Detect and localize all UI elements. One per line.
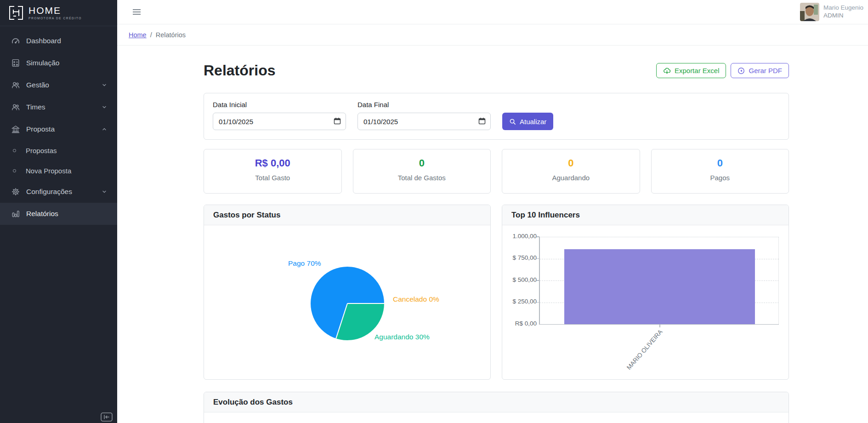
export-excel-label: Exportar Excel — [675, 67, 720, 74]
sidebar-item-label: Gestão — [26, 81, 49, 89]
update-button-label: Atualizar — [520, 118, 546, 126]
bar-chart-icon — [11, 209, 20, 218]
bank-icon — [11, 125, 20, 134]
stat-label: Aguardando — [502, 174, 640, 182]
pie-annotation: Pago 70% — [288, 259, 321, 268]
x-axis-category-label: MARIO OLIVEIRA — [625, 328, 664, 371]
calculator-icon — [11, 58, 20, 68]
bar-chart-title: Top 10 Influencers — [502, 205, 789, 225]
user-role: ADMIN — [823, 12, 863, 20]
gear-icon — [11, 187, 20, 196]
pie-annotation: Cancelado 0% — [393, 295, 439, 303]
app-root: HOME PROMOTORA DE CRÉDITO Dashboard — [0, 0, 868, 423]
bar-plot — [539, 237, 779, 324]
pie-chart-area: Pago 70% Cancelado 0% Aguardando 30% — [204, 225, 490, 380]
logo-title: HOME — [28, 6, 82, 15]
y-tick-label: $ 250,00 — [502, 298, 537, 305]
stat-card-total-de-gastos: 0 Total de Gastos — [353, 149, 491, 194]
magnifier-icon — [509, 118, 516, 125]
pie-chart-title: Gastos por Status — [204, 205, 490, 225]
sidebar-item-propostas[interactable]: Propostas — [0, 140, 117, 160]
sidebar-item-label: Proposta — [26, 125, 55, 133]
sidebar-item-times[interactable]: Times — [0, 96, 117, 118]
stat-label: Total de Gastos — [353, 174, 491, 182]
home-logo-icon — [8, 6, 24, 20]
stat-value: 0 — [652, 157, 789, 169]
people-icon — [11, 103, 20, 112]
sidebar-item-nova-proposta[interactable]: Nova Proposta — [0, 160, 117, 181]
sidebar: HOME PROMOTORA DE CRÉDITO Dashboard — [0, 0, 117, 423]
stat-label: Total Gasto — [204, 174, 341, 182]
stat-card-total-gasto: R$ 0,00 Total Gasto — [204, 149, 342, 194]
app-logo: HOME PROMOTORA DE CRÉDITO — [0, 0, 117, 26]
evolution-card: Evolução dos Gastos — [204, 392, 789, 423]
page-title: Relatórios — [204, 62, 275, 79]
generate-pdf-label: Gerar PDF — [749, 67, 782, 74]
y-tick-label: 1.000,00 — [502, 233, 537, 240]
stats-row: R$ 0,00 Total Gasto 0 Total de Gastos 0 … — [204, 149, 789, 194]
calendar-icon — [333, 117, 341, 125]
hamburger-icon[interactable] — [130, 5, 143, 19]
breadcrumb: Home / Relatórios — [117, 24, 868, 46]
sidebar-nav: Dashboard Simulação — [0, 26, 117, 225]
chevron-down-icon — [102, 82, 107, 88]
pie-chart-card: Gastos por Status Pago 70% Cancelado 0% … — [204, 205, 491, 380]
sidebar-item-label: Nova Proposta — [26, 167, 71, 175]
calendar-icon — [478, 117, 486, 125]
pie-annotation: Aguardando 30% — [374, 333, 430, 341]
chevron-down-icon — [102, 104, 107, 110]
influencer-bar — [564, 249, 755, 324]
update-button[interactable]: Atualizar — [502, 113, 553, 130]
sidebar-item-dashboard[interactable]: Dashboard — [0, 30, 117, 52]
sidebar-item-label: Times — [26, 103, 45, 111]
filter-panel: Data Inicial Data Final — [204, 93, 789, 140]
sidebar-item-label: Configurações — [26, 188, 72, 196]
stat-value: R$ 0,00 — [204, 157, 341, 169]
bar-chart-area: 1.000,00 $ 750,00 $ 500,00 $ 250,00 R$ 0… — [502, 225, 789, 380]
breadcrumb-separator: / — [150, 31, 152, 39]
bar-chart-card: Top 10 Influencers 1.000,00 $ 750,00 $ 5… — [502, 205, 789, 380]
bullet-icon — [13, 169, 16, 172]
sidebar-collapse-button[interactable] — [101, 412, 113, 422]
speedometer-icon — [11, 36, 20, 46]
end-date-input[interactable] — [357, 113, 491, 130]
generate-pdf-button[interactable]: Gerar PDF — [731, 63, 789, 78]
user-avatar — [800, 3, 819, 21]
stat-card-aguardando: 0 Aguardando — [502, 149, 640, 194]
chevron-down-icon — [102, 189, 107, 194]
main-area: Mario Eugenio ADMIN Home / Relatórios Re… — [117, 0, 868, 423]
stat-value: 0 — [502, 157, 640, 169]
sidebar-item-relatorios[interactable]: Relatórios — [0, 203, 117, 225]
charts-row: Gastos por Status Pago 70% Cancelado 0% … — [204, 205, 789, 380]
evolution-card-title: Evolução dos Gastos — [204, 392, 789, 412]
y-tick-label: R$ 0,00 — [502, 320, 537, 327]
logo-subtitle: PROMOTORA DE CRÉDITO — [28, 17, 82, 20]
sidebar-item-proposta[interactable]: Proposta — [0, 118, 117, 140]
bullet-icon — [13, 149, 16, 152]
people-icon — [11, 80, 20, 90]
user-name: Mario Eugenio — [823, 4, 863, 12]
sidebar-item-simulacao[interactable]: Simulação — [0, 52, 117, 74]
sidebar-item-configuracoes[interactable]: Configurações — [0, 181, 117, 203]
sidebar-item-label: Dashboard — [26, 37, 61, 45]
y-tick-label: $ 500,00 — [502, 276, 537, 283]
sidebar-item-label: Relatórios — [26, 210, 58, 218]
stat-card-pagos: 0 Pagos — [651, 149, 789, 194]
y-tick-label: $ 750,00 — [502, 254, 537, 261]
sidebar-item-gestao[interactable]: Gestão — [0, 74, 117, 96]
breadcrumb-home-link[interactable]: Home — [129, 31, 147, 39]
cloud-download-icon — [663, 67, 671, 74]
chevron-up-icon — [102, 126, 107, 132]
stat-label: Pagos — [652, 174, 789, 182]
stat-value: 0 — [353, 157, 491, 169]
user-menu[interactable]: Mario Eugenio ADMIN — [800, 3, 863, 21]
history-circle-icon — [738, 67, 745, 74]
sidebar-item-label: Simulação — [26, 59, 59, 67]
breadcrumb-current: Relatórios — [156, 31, 186, 39]
end-date-label: Data Final — [357, 101, 491, 109]
sidebar-item-label: Propostas — [26, 147, 57, 154]
start-date-input[interactable] — [213, 113, 346, 130]
topbar: Mario Eugenio ADMIN — [117, 0, 868, 24]
start-date-label: Data Inicial — [213, 101, 346, 109]
export-excel-button[interactable]: Exportar Excel — [656, 63, 726, 78]
